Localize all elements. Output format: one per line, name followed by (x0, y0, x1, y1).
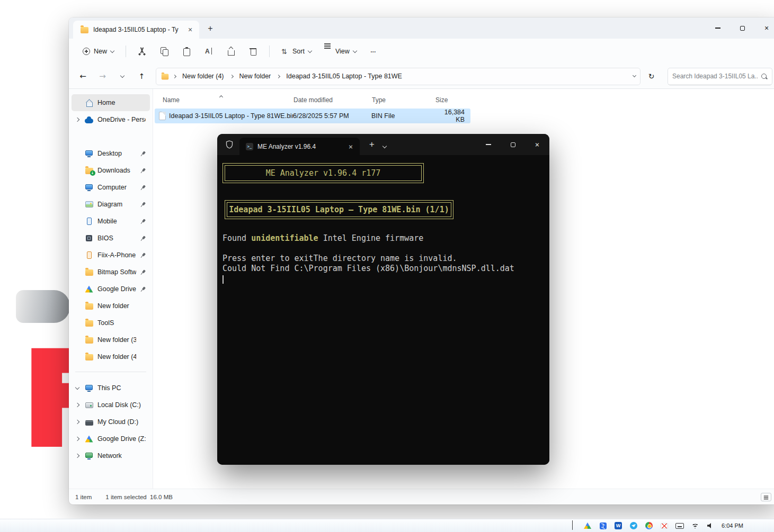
address-bar-row: New folder (4) New folder Ideapad 3-15II… (69, 64, 774, 88)
copy-icon[interactable] (155, 42, 174, 60)
sidebar-item[interactable]: Desktop (72, 145, 150, 162)
sidebar-item-network[interactable]: Network (72, 447, 150, 464)
pin-icon (139, 149, 147, 157)
folder-icon (161, 72, 169, 80)
folder-icon (84, 336, 94, 344)
tab-dropdown-icon[interactable] (383, 140, 386, 150)
column-header-size[interactable]: Size (435, 96, 467, 104)
chevron-right-icon[interactable] (75, 118, 79, 122)
cloud-drive-icon (84, 418, 94, 426)
tab-close-icon[interactable] (346, 142, 355, 151)
delete-icon[interactable] (244, 42, 263, 60)
breadcrumb-segment[interactable]: New folder (4) (180, 71, 226, 81)
onedrive-icon (84, 115, 94, 124)
chevron-right-icon[interactable] (75, 454, 79, 458)
file-row-selected[interactable]: Ideapad 3-15IIL05 Laptop - Type 81WE.bin… (155, 109, 470, 123)
share-icon[interactable] (221, 42, 241, 60)
maximize-button[interactable] (501, 134, 525, 155)
chevron-right-icon[interactable] (75, 420, 79, 424)
taskbar-clock[interactable]: 6:04 PM (722, 522, 743, 529)
column-headers: Name Date modified Type Size (153, 93, 774, 107)
item-count: 1 item (75, 494, 92, 500)
sort-button[interactable]: Sort (276, 42, 317, 60)
sidebar-item[interactable]: Computer (72, 179, 150, 196)
refresh-button[interactable] (643, 68, 660, 85)
address-dropdown-icon[interactable] (633, 74, 636, 77)
tab-close-icon[interactable] (185, 25, 195, 34)
details-view-toggle[interactable] (761, 493, 771, 501)
sort-button-label: Sort (292, 48, 305, 55)
file-operation-buttons (132, 42, 263, 60)
terminal-output: ME Analyzer v1.96.4 r177 Ideapad 3-15IIL… (217, 155, 549, 465)
column-header-type[interactable]: Type (372, 96, 435, 104)
gdrive-icon (84, 285, 94, 293)
sidebar-item-this-pc[interactable]: This PC (72, 380, 150, 396)
paste-icon[interactable] (177, 42, 196, 60)
word-icon[interactable] (614, 521, 622, 530)
sidebar-item[interactable]: Bitmap Software (72, 264, 150, 281)
forward-button[interactable] (94, 68, 111, 85)
sidebar-item[interactable]: New folder (3) (72, 331, 150, 348)
sidebar-item-drive[interactable]: Local Disk (C:) (72, 396, 150, 413)
new-tab-button[interactable] (202, 21, 218, 37)
sidebar-item-drive[interactable]: Google Drive (Z:) (72, 430, 150, 447)
sidebar-item-onedrive[interactable]: OneDrive - Persona (72, 111, 150, 128)
chrome-icon[interactable] (645, 521, 653, 530)
rename-icon[interactable] (199, 42, 218, 60)
up-button[interactable] (133, 68, 150, 85)
chevron-down-icon (308, 48, 312, 52)
hidden-icons-chevron[interactable] (568, 521, 576, 530)
chevron-down-icon[interactable] (75, 385, 79, 389)
chevron-right-icon[interactable] (75, 403, 79, 407)
sidebar-item[interactable]: ToolS (72, 314, 150, 331)
keyboard-icon[interactable] (675, 521, 684, 530)
sidebar-item-drive[interactable]: My Cloud (D:) (72, 413, 150, 430)
pin-icon (139, 200, 147, 208)
volume-icon[interactable] (706, 521, 715, 530)
sidebar-item[interactable]: Fiix-A-Phone (72, 247, 150, 264)
close-button[interactable] (525, 134, 549, 155)
minimize-button[interactable] (476, 134, 501, 155)
back-button[interactable] (74, 68, 92, 85)
chevron-right-icon[interactable] (75, 437, 79, 441)
breadcrumb-segment[interactable]: Ideapad 3-15IIL05 Laptop - Type 81WE (284, 71, 404, 81)
pin-icon (139, 183, 147, 191)
minimize-button[interactable] (706, 17, 730, 39)
sidebar-item[interactable]: New folder (4) (72, 348, 150, 365)
terminal-cursor (223, 275, 224, 284)
terminal-tab[interactable]: ME Analyzer v1.96.4 (239, 138, 360, 155)
sidebar-item[interactable]: Diagram (72, 196, 150, 213)
maximize-button[interactable] (730, 17, 754, 39)
sidebar-item[interactable]: Mobile (72, 213, 150, 230)
view-icon (324, 48, 332, 55)
bluetooth-icon[interactable] (599, 521, 607, 530)
file-name: Ideapad 3-15IIL05 Laptop - Type 81WE.bin (169, 112, 293, 120)
sidebar-item[interactable]: New folder (72, 297, 150, 314)
sidebar-item[interactable]: BIOS (72, 230, 150, 247)
recent-locations-button[interactable] (113, 68, 131, 85)
sidebar-item[interactable]: Downloads (72, 162, 150, 179)
breadcrumb-segment[interactable]: New folder (237, 71, 273, 81)
search-input[interactable] (672, 73, 758, 80)
more-options-button[interactable] (364, 42, 383, 60)
column-header-date-modified[interactable]: Date modified (293, 96, 372, 104)
sidebar-item-home[interactable]: Home (72, 94, 150, 111)
google-drive-icon[interactable] (583, 521, 592, 530)
column-header-name[interactable]: Name (163, 96, 293, 104)
downloads-icon (84, 166, 94, 175)
file-type: BIN File (371, 112, 435, 120)
new-button[interactable]: New (77, 42, 119, 60)
new-tab-button[interactable] (369, 140, 375, 149)
wifi-icon[interactable] (691, 521, 699, 530)
address-bar[interactable]: New folder (4) New folder Ideapad 3-15II… (156, 68, 640, 85)
terminal-title-bar: ME Analyzer v1.96.4 (217, 134, 549, 155)
close-button[interactable] (754, 17, 774, 39)
folder-icon (84, 319, 94, 327)
sidebar-item[interactable]: Google Drive (Z: (72, 281, 150, 297)
cut-icon[interactable] (132, 42, 152, 60)
telegram-icon[interactable] (629, 521, 638, 530)
view-button[interactable]: View (319, 42, 362, 60)
home-icon (84, 98, 94, 107)
explorer-tab[interactable]: Ideapad 3-15IIL05 Laptop - Ty (73, 21, 199, 39)
gmail-icon[interactable] (660, 521, 669, 530)
